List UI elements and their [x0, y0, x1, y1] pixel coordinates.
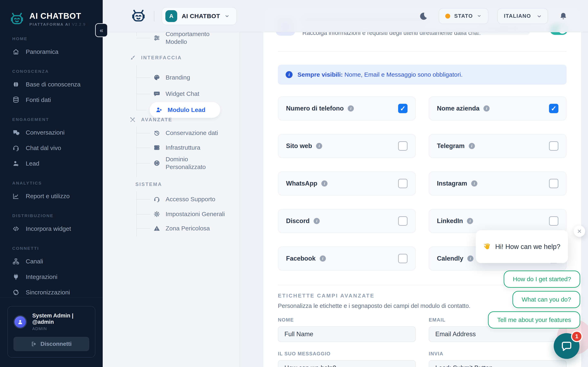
- info-icon[interactable]: i: [321, 180, 328, 187]
- field-card-discord[interactable]: Discord i ✓: [278, 209, 416, 233]
- chat-close-button[interactable]: [574, 225, 585, 237]
- tools-icon: [130, 117, 136, 123]
- nome-field-label: NOME: [278, 317, 416, 323]
- info-icon[interactable]: i: [471, 180, 477, 187]
- info-icon: i: [286, 71, 293, 78]
- field-card-facebook[interactable]: Facebook i ✓: [278, 247, 416, 271]
- checkbox-instagram[interactable]: ✓: [549, 179, 558, 188]
- nome-label-input[interactable]: [278, 326, 416, 342]
- user-card: System Admin | @admin ADMIN Disconnetti: [7, 306, 95, 358]
- checkbox-linkedin[interactable]: ✓: [549, 216, 558, 226]
- chevron-down-icon: [225, 14, 229, 18]
- checkbox-whatsapp[interactable]: ✓: [398, 179, 407, 188]
- sidebar-item-conversazioni[interactable]: Conversazioni: [7, 125, 96, 140]
- checkbox-nome-azienda[interactable]: ✓: [549, 104, 558, 113]
- info-icon[interactable]: i: [467, 256, 474, 262]
- chat-suggestion-get-started[interactable]: How do I get started?: [504, 271, 580, 288]
- field-card-telegram[interactable]: Telegram i ✓: [429, 134, 567, 158]
- bot-selector-dropdown[interactable]: A AI CHATBOT: [162, 7, 237, 25]
- status-dropdown[interactable]: STATO: [439, 8, 488, 24]
- sitemap-icon: [12, 258, 20, 265]
- app-tagline: PIATTAFORMA AI V2.2.9: [29, 22, 86, 27]
- sidebar-item-integrazioni[interactable]: Integrazioni: [7, 269, 96, 285]
- headset-icon: [12, 144, 20, 152]
- robot-logo-icon: [9, 11, 25, 27]
- sidebar-nav: HOME Panoramica CONOSCENZA Base di conos…: [0, 36, 103, 300]
- messaggio-label-input[interactable]: [278, 360, 416, 367]
- checkbox-discord[interactable]: ✓: [398, 216, 407, 226]
- robot-logo-icon: [130, 8, 147, 24]
- info-icon[interactable]: i: [320, 256, 326, 262]
- sidebar-collapse-button[interactable]: «: [95, 23, 108, 37]
- checkbox-telegram[interactable]: ✓: [549, 141, 558, 151]
- chat-greeting-bubble[interactable]: Hi! How can we help?: [476, 230, 568, 263]
- info-icon[interactable]: i: [467, 218, 473, 224]
- chat-suggestion-features[interactable]: Tell me about your features: [488, 311, 580, 328]
- settings-item-widget-chat[interactable]: Widget Chat: [153, 88, 199, 100]
- field-card-nome-azienda[interactable]: Nome azienda i ✓: [429, 96, 567, 120]
- plug-icon: [12, 273, 20, 281]
- info-icon[interactable]: i: [484, 105, 490, 111]
- lead-tag-icon: [12, 160, 20, 167]
- info-icon[interactable]: i: [348, 105, 354, 111]
- messaggio-field-label: IL SUO MESSAGGIO: [278, 351, 416, 357]
- language-dropdown[interactable]: ITALIANO: [497, 8, 548, 24]
- sliders-icon: [153, 34, 160, 42]
- sidebar-item-chat-dal-vivo[interactable]: Chat dal vivo: [7, 140, 96, 156]
- user-name: System Admin | @admin: [32, 313, 89, 325]
- settings-item-conservazione-dati[interactable]: Conservazione dati: [153, 127, 218, 139]
- notifications-bell-button[interactable]: [557, 10, 570, 22]
- sidebar-item-canali[interactable]: Canali: [7, 254, 96, 269]
- tree-connector: [136, 191, 137, 236]
- info-icon[interactable]: i: [469, 143, 475, 149]
- palette-icon: [153, 74, 160, 81]
- sidebar-item-incorpora-widget[interactable]: Incorpora widget: [7, 221, 96, 236]
- field-card-sito-web[interactable]: Sito web i ✓: [278, 134, 416, 158]
- settings-panel: Comportamento Modello INTERFACCIA Brandi…: [103, 0, 240, 367]
- settings-item-infrastruttura[interactable]: Infrastruttura: [153, 142, 200, 154]
- checkbox-numero-di-telefono[interactable]: ✓: [398, 104, 407, 113]
- settings-item-zona-pericolosa[interactable]: Zona Pericolosa: [153, 222, 210, 234]
- checkbox-facebook[interactable]: ✓: [398, 254, 407, 263]
- settings-item-branding[interactable]: Branding: [153, 71, 190, 83]
- logout-button[interactable]: Disconnetti: [13, 337, 89, 351]
- settings-item-comportamento-modello[interactable]: Comportamento Modello: [153, 30, 231, 46]
- status-dot: [445, 14, 450, 18]
- field-card-numero-di-telefono[interactable]: Numero di telefono i ✓: [278, 96, 416, 120]
- code-icon: [12, 225, 20, 233]
- settings-item-modulo-lead[interactable]: Modulo Lead: [150, 102, 220, 118]
- user-role: ADMIN: [32, 326, 89, 331]
- checkbox-sito-web[interactable]: ✓: [398, 141, 407, 151]
- email-label-input[interactable]: [429, 326, 567, 342]
- history-icon: [153, 129, 160, 136]
- info-icon[interactable]: i: [314, 218, 320, 224]
- chat-suggestion-what-can-you-do[interactable]: What can you do?: [512, 291, 580, 308]
- info-icon[interactable]: i: [316, 143, 322, 149]
- sidebar-footer: System Admin | @admin ADMIN Disconnetti: [0, 297, 103, 367]
- sidebar-item-base-di-conoscenza[interactable]: Base di conoscenza: [7, 77, 96, 92]
- sidebar-item-lead[interactable]: Lead: [7, 156, 96, 171]
- settings-item-accesso-supporto[interactable]: Accesso Supporto: [153, 193, 215, 205]
- sidebar-item-fonti-dati[interactable]: Fonti dati: [7, 92, 96, 108]
- field-card-instagram[interactable]: Instagram i ✓: [429, 171, 567, 196]
- headset-icon: [153, 196, 160, 203]
- wave-emoji-icon: [483, 243, 492, 251]
- dark-mode-toggle[interactable]: [417, 10, 430, 22]
- settings-item-impostazioni-generali[interactable]: Impostazioni Generali: [153, 208, 225, 220]
- database-icon: [12, 96, 20, 104]
- user-plus-icon: [155, 106, 162, 113]
- warning-icon: [153, 225, 160, 232]
- sidebar-item-panoramica[interactable]: Panoramica: [7, 44, 96, 59]
- settings-item-dominio-personalizzato[interactable]: Dominio Personalizzato: [153, 155, 219, 171]
- sync-icon: [12, 289, 20, 296]
- sidebar-item-report-e-utilizzo[interactable]: Report e utilizzo: [7, 188, 96, 204]
- chart-icon: [12, 192, 20, 200]
- server-icon: [153, 144, 160, 151]
- chat-unread-badge: 1: [571, 331, 582, 342]
- field-card-linkedin[interactable]: LinkedIn i ✓: [429, 209, 567, 233]
- brain-icon: [12, 81, 20, 88]
- field-card-whatsapp[interactable]: WhatsApp i ✓: [278, 171, 416, 196]
- invia-label-input[interactable]: [429, 360, 567, 367]
- app-title: AI CHATBOT: [29, 11, 86, 21]
- avatar: [13, 315, 27, 329]
